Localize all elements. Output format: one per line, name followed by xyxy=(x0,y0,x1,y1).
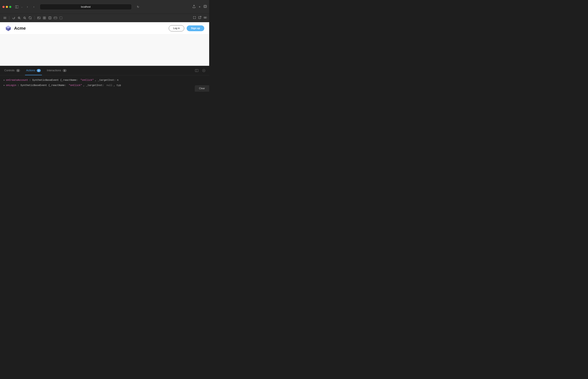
svg-rect-19 xyxy=(43,18,44,19)
signup-button[interactable]: Sign up xyxy=(187,25,204,31)
panel-tabs: Controls 1 Actions 2 Interactions 1 xyxy=(0,66,209,75)
svg-rect-2 xyxy=(204,5,207,8)
panel-layout-toggle[interactable] xyxy=(195,68,199,73)
toolbar-right-actions xyxy=(193,16,207,20)
svg-rect-29 xyxy=(195,69,196,72)
log-rest-1: , _targetInst: n xyxy=(95,78,118,82)
log-arrow-1: ▶ xyxy=(4,79,5,82)
hamburger-menu-button[interactable] xyxy=(2,16,7,20)
svg-line-10 xyxy=(20,18,20,19)
log-rest-2: , typ xyxy=(114,83,121,88)
expand-icon[interactable] xyxy=(193,16,196,20)
log-key-1: onCreateAccount xyxy=(6,78,28,82)
log-string-1: "onClick" xyxy=(81,78,94,82)
add-tab-button[interactable]: + xyxy=(199,5,201,9)
minimize-button[interactable] xyxy=(6,6,8,8)
log-line-1: ▶ onCreateAccount : SyntheticBaseEvent {… xyxy=(4,78,206,82)
address-bar[interactable]: localhost xyxy=(40,4,132,10)
svg-rect-22 xyxy=(49,17,50,19)
svg-rect-15 xyxy=(37,17,40,19)
external-link-icon[interactable] xyxy=(198,16,201,20)
login-button[interactable]: Log in xyxy=(169,25,184,31)
share-button[interactable] xyxy=(193,5,196,9)
log-normal-3: , _targetInst: xyxy=(83,83,105,88)
clear-button[interactable]: Clear xyxy=(195,85,209,92)
address-text: localhost xyxy=(81,5,91,8)
link-icon[interactable] xyxy=(204,16,207,20)
refresh-icon[interactable] xyxy=(11,16,16,20)
svg-rect-20 xyxy=(45,18,46,19)
grid-icon[interactable] xyxy=(42,16,47,20)
forward-button[interactable]: › xyxy=(32,5,36,9)
zoom-out-icon[interactable] xyxy=(22,16,27,20)
toolbar-separator-1 xyxy=(9,16,9,20)
tab-controls-badge: 1 xyxy=(16,69,20,72)
tab-interactions-badge: 1 xyxy=(63,69,67,72)
close-button[interactable] xyxy=(2,6,5,8)
storybook-panel: Controls 1 Actions 2 Interactions 1 xyxy=(0,66,209,92)
log-null-1: null xyxy=(106,83,112,88)
preview-area: Acme Log in Sign up xyxy=(0,22,209,66)
traffic-lights xyxy=(2,6,11,8)
panel-content: ▶ onCreateAccount : SyntheticBaseEvent {… xyxy=(0,75,209,92)
image-icon[interactable] xyxy=(36,16,41,20)
preview-content xyxy=(0,34,209,66)
zoom-in-icon[interactable] xyxy=(17,16,22,20)
select-icon[interactable] xyxy=(59,16,63,20)
tab-actions-badge: 2 xyxy=(37,69,41,72)
tab-interactions-label: Interactions xyxy=(47,69,61,72)
tab-actions-label: Actions xyxy=(26,69,35,72)
svg-line-14 xyxy=(31,19,32,19)
log-normal-1: : SyntheticBaseEvent {_reactName: xyxy=(29,78,79,82)
browser-chrome: ⌄ ‹ › localhost ↻ + xyxy=(0,0,209,14)
layout-icon[interactable] xyxy=(48,16,52,20)
log-key-2: onLogin xyxy=(6,83,16,88)
sidebar-dropdown-icon[interactable]: ⌄ xyxy=(21,6,23,8)
svg-rect-23 xyxy=(54,17,57,19)
tab-actions[interactable]: Actions 2 xyxy=(25,66,42,75)
maximize-button[interactable] xyxy=(9,6,11,8)
svg-rect-18 xyxy=(45,17,46,18)
svg-rect-21 xyxy=(49,17,51,19)
search-icon[interactable] xyxy=(28,16,33,20)
log-line-2: ▶ onLogin : SyntheticBaseEvent {_reactNa… xyxy=(4,83,206,88)
svg-line-13 xyxy=(25,18,26,19)
tab-controls-label: Controls xyxy=(4,69,15,72)
panel-close-button[interactable] xyxy=(201,68,206,73)
tabs-overview-button[interactable] xyxy=(204,5,207,9)
brand-name: Acme xyxy=(14,26,26,31)
brand-logo-icon xyxy=(5,25,12,32)
nav-buttons: Log in Sign up xyxy=(169,25,204,31)
preview-nav: Acme Log in Sign up xyxy=(0,22,209,34)
back-button[interactable]: ‹ xyxy=(25,5,30,9)
panel-right-buttons xyxy=(195,68,206,73)
svg-rect-1 xyxy=(15,6,18,8)
svg-rect-28 xyxy=(60,17,62,19)
log-normal-2: : SyntheticBaseEvent {_reactName: xyxy=(17,83,67,88)
toolbar-separator-2 xyxy=(34,16,35,20)
svg-rect-17 xyxy=(43,17,44,18)
log-arrow-2: ▶ xyxy=(4,84,5,87)
brand: Acme xyxy=(5,25,26,32)
tab-controls[interactable]: Controls 1 xyxy=(3,66,21,75)
sidebar-toggle-button[interactable] xyxy=(14,5,19,9)
browser-actions: + xyxy=(193,5,207,9)
tab-interactions[interactable]: Interactions 1 xyxy=(46,66,68,75)
reload-button[interactable]: ↻ xyxy=(137,5,139,9)
svg-rect-3 xyxy=(204,6,206,7)
svg-rect-30 xyxy=(195,69,198,72)
log-string-2: "onClick" xyxy=(69,83,82,88)
devtools-toolbar xyxy=(0,14,209,22)
ruler-icon[interactable] xyxy=(53,16,58,20)
svg-rect-0 xyxy=(15,6,16,8)
